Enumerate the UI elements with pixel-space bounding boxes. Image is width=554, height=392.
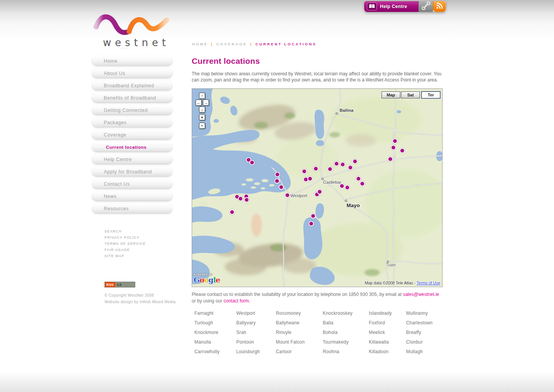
pan-up-button[interactable]: ↑	[199, 93, 205, 99]
sidebar-item-packages[interactable]: Packages	[92, 118, 172, 127]
access-point-marker[interactable]	[360, 181, 365, 186]
help-centre-label: Help Centre	[380, 4, 407, 9]
map-type-ter[interactable]: Ter	[421, 91, 440, 98]
westnet-logo[interactable]: westnet	[92, 10, 175, 48]
access-point-marker[interactable]	[391, 145, 396, 150]
sidebar-nav: HomeAbout UsBroadband ExplainedBenefits …	[92, 56, 172, 216]
access-point-marker[interactable]	[274, 178, 280, 184]
sidebar-item-label: Apply for Broadband	[104, 169, 152, 174]
location-name: Farnaght	[194, 311, 236, 320]
rss-feed-button[interactable]	[433, 1, 446, 12]
google-logo: Google	[194, 276, 220, 284]
location-name: Rinvyle	[276, 330, 323, 339]
access-point-marker[interactable]	[388, 156, 393, 162]
zoom-out-button[interactable]: −	[199, 123, 205, 129]
contact-form-link[interactable]: contact form.	[224, 298, 250, 304]
location-name: Clonbur	[406, 339, 444, 349]
footer-link-privacy-policy[interactable]: PRIVACY POLICY	[104, 234, 146, 241]
location-name: Ballyheane	[276, 320, 323, 330]
access-point-marker[interactable]	[285, 193, 290, 198]
access-point-marker[interactable]	[279, 184, 284, 190]
map-type-map[interactable]: Map	[381, 91, 400, 98]
footer-link-fair-usage[interactable]: FAIR USAGE	[104, 247, 146, 253]
zoom-in-button[interactable]: +	[199, 114, 205, 120]
pan-left-button[interactable]: ←	[196, 100, 202, 106]
location-name: Breaffy	[406, 330, 444, 339]
footer-link-terms-of-service[interactable]: TERMS OF SERVICE	[104, 241, 146, 247]
access-point-marker[interactable]	[275, 172, 280, 177]
footer-link-site-map[interactable]: SITE MAP	[104, 253, 146, 259]
breadcrumb-item-home[interactable]: HOME	[192, 42, 208, 46]
sidebar-item-benefits-of-broadband[interactable]: Benefits of Broadband	[92, 93, 172, 102]
access-point-marker[interactable]	[249, 160, 255, 165]
help-centre-button[interactable]: Help Centre	[364, 1, 418, 12]
pan-right-button[interactable]: →	[203, 100, 209, 106]
sidebar-item-broadband-explained[interactable]: Broadband Explained	[92, 81, 172, 90]
location-name: Foxford	[369, 320, 406, 330]
access-point-marker[interactable]	[392, 138, 398, 144]
sidebar-item-resources[interactable]: Resources	[92, 204, 172, 213]
location-name: Islandeady	[369, 311, 406, 320]
pan-down-button[interactable]: ↓	[199, 106, 205, 113]
coverage-map[interactable]: BallinaCastlebarWestportMayoTuam ↑←→↓+− …	[192, 88, 443, 287]
logo-wordmark: westnet	[103, 37, 170, 48]
google-logo-letter: G	[194, 276, 199, 284]
intro-text: The map below shows areas currently cove…	[192, 71, 443, 83]
access-point-marker[interactable]	[307, 176, 313, 181]
access-point-marker[interactable]	[327, 166, 333, 172]
sidebar-item-news[interactable]: News	[92, 191, 172, 201]
access-point-marker[interactable]	[334, 161, 339, 166]
access-point-marker[interactable]	[317, 189, 322, 194]
breadcrumb-item-coverage[interactable]: COVERAGE	[216, 42, 247, 46]
tools-button[interactable]	[418, 1, 433, 12]
access-point-marker[interactable]	[339, 183, 345, 189]
access-point-marker[interactable]	[229, 209, 235, 215]
sidebar-item-home[interactable]: Home	[92, 56, 172, 65]
location-name: Louisburgh	[236, 349, 276, 359]
access-point-marker[interactable]	[356, 176, 361, 181]
google-logo-letter: g	[209, 276, 213, 284]
contact-text: Please contact us to establish the suita…	[192, 292, 403, 297]
access-point-marker[interactable]	[244, 197, 249, 203]
contact-paragraph: Please contact us to establish the suita…	[192, 291, 441, 304]
access-point-marker[interactable]	[309, 221, 314, 226]
sidebar-item-current-locations[interactable]: Current locations	[92, 142, 172, 151]
location-name: Cartoor	[276, 349, 323, 359]
sales-email-link[interactable]: sales@westnet.ie	[403, 292, 439, 297]
sidebar-item-getting-connected[interactable]: Getting Connected	[92, 105, 172, 115]
location-name: Carrowholly	[194, 349, 236, 359]
google-attribution[interactable]: POWERED BY Google	[194, 274, 220, 284]
sidebar-item-contact-us[interactable]: Contact Us	[92, 179, 172, 188]
sidebar-item-apply-for-broadband[interactable]: Apply for Broadband	[92, 167, 172, 176]
location-name: Rossmoney	[276, 311, 323, 320]
access-point-marker[interactable]	[400, 148, 405, 153]
google-logo-letter: o	[204, 276, 209, 284]
sidebar-item-label: Resources	[104, 206, 129, 211]
map-type-sat[interactable]: Sat	[401, 91, 420, 98]
location-name: Roohna	[323, 349, 369, 359]
terms-of-use-link[interactable]: Terms of Use	[416, 281, 440, 285]
breadcrumb-separator: |	[211, 42, 213, 46]
access-point-marker[interactable]	[340, 162, 345, 167]
location-name: Mulliranny	[406, 311, 444, 320]
location-name: Westport	[236, 311, 276, 320]
access-point-marker[interactable]	[238, 196, 243, 201]
contact-text-2: or by using our	[192, 298, 224, 304]
rss-2-badge[interactable]: RSS 2.0	[104, 282, 135, 287]
sidebar-item-about-us[interactable]: About Us	[92, 68, 172, 78]
access-point-marker[interactable]	[348, 165, 353, 170]
access-point-marker[interactable]	[352, 159, 358, 164]
location-name: Killadoon	[369, 349, 406, 359]
access-point-marker[interactable]	[313, 166, 318, 171]
breadcrumb-item-current-locations[interactable]: CURRENT LOCATIONS	[255, 42, 317, 46]
access-point-marker[interactable]	[345, 185, 350, 190]
sidebar-item-coverage[interactable]: Coverage	[92, 130, 172, 139]
copyright-line: © Copyright WestNet 2008	[104, 292, 176, 299]
map-markers	[192, 89, 442, 287]
access-point-marker[interactable]	[302, 169, 307, 174]
footer-link-search[interactable]: SEARCH	[104, 228, 146, 234]
sidebar-item-help-centre[interactable]: Help Centre	[92, 154, 172, 164]
access-point-marker[interactable]	[310, 213, 316, 219]
location-name: Turlough	[194, 320, 236, 330]
rss-badge-right: 2.0	[115, 282, 135, 287]
